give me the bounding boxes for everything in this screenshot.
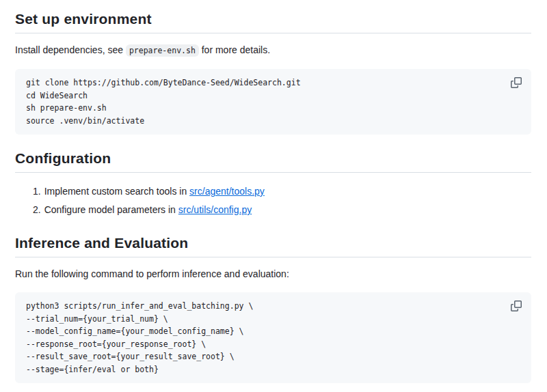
- inference-intro: Run the following command to perform inf…: [15, 267, 531, 281]
- heading-inference-and-evaluation: Inference and Evaluation: [15, 234, 531, 257]
- list-item-number: 2.: [33, 204, 41, 215]
- code-inference: python3 scripts/run_infer_and_eval_batch…: [15, 292, 531, 383]
- list-item: 2.Configure model parameters in src/util…: [33, 201, 531, 219]
- list-item-number: 1.: [33, 186, 41, 197]
- copy-button-inference[interactable]: [507, 297, 525, 315]
- link-tools-py[interactable]: src/agent/tools.py: [189, 186, 265, 197]
- list-item-text: Implement custom search tools in: [44, 186, 189, 197]
- code-block-inference: python3 scripts/run_infer_and_eval_batch…: [15, 292, 531, 383]
- heading-configuration: Configuration: [15, 150, 531, 173]
- configuration-list: 1.Implement custom search tools in src/a…: [15, 182, 531, 219]
- setup-intro-suffix: for more details.: [199, 44, 270, 55]
- code-setup: git clone https://github.com/ByteDance-S…: [15, 69, 531, 135]
- code-block-setup: git clone https://github.com/ByteDance-S…: [15, 69, 531, 135]
- setup-intro-prefix: Install dependencies, see: [15, 44, 126, 55]
- list-item-text: Configure model parameters in: [44, 204, 178, 215]
- copy-icon: [511, 77, 522, 88]
- link-config-py[interactable]: src/utils/config.py: [178, 204, 252, 215]
- list-item: 1.Implement custom search tools in src/a…: [33, 182, 531, 201]
- copy-icon: [511, 300, 522, 311]
- heading-set-up-environment: Set up environment: [15, 10, 531, 33]
- copy-button-setup[interactable]: [507, 74, 525, 92]
- inline-code-prepare-env: prepare-env.sh: [126, 44, 199, 57]
- readme-content: Set up environment Install dependencies,…: [0, 0, 547, 392]
- setup-intro: Install dependencies, see prepare-env.sh…: [15, 43, 531, 58]
